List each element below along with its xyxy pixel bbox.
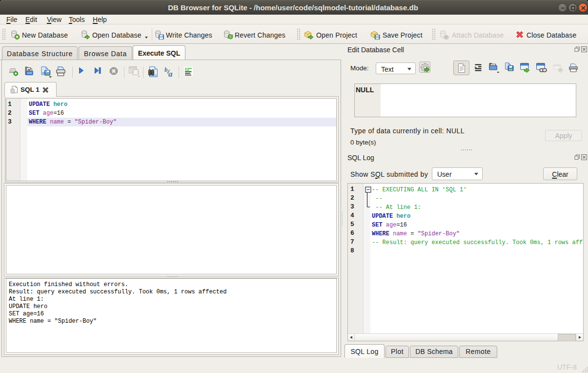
svg-text:b: b [164, 66, 168, 73]
